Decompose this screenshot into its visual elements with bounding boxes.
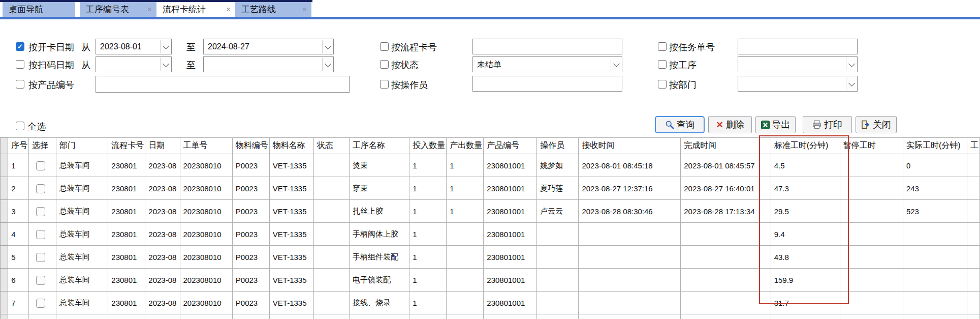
department-checkbox[interactable] [658,80,667,89]
task-no-input[interactable] [738,39,858,54]
product-no-checkbox[interactable] [16,80,24,89]
col-header-9[interactable]: 工序名称 [350,138,409,154]
tab-desktop-nav[interactable]: 桌面导航 [3,2,75,17]
print-button[interactable]: 打印 [803,116,852,133]
export-button[interactable]: 导出 [755,116,796,133]
col-header-16[interactable]: 标准工时(分钟) [771,138,840,154]
card-no-checkbox[interactable] [380,42,389,51]
status-select[interactable]: 未结单 [472,56,622,72]
cell-mat_no: P0023 [232,154,269,177]
cell-seq: 6 [8,269,29,292]
process-checkbox[interactable] [658,60,667,69]
tab-process-number-table[interactable]: 工序编号表 × [80,2,156,17]
table-row[interactable]: 7总装车间2308012023-08202308010P0023VET-1335… [1,292,980,314]
cell-mat_name: VET-1335 [269,177,313,200]
delete-x-icon: ✕ [716,121,723,129]
department-select[interactable] [738,76,858,92]
tab-label: 工序编号表 [86,5,129,14]
process-select[interactable] [738,56,858,72]
col-header-1[interactable]: 选择 [29,138,56,154]
tab-process-card-statistics[interactable]: 流程卡统计 × [156,2,235,17]
table-row[interactable]: 1总装车间2308012023-08202308010P0023VET-1335… [1,154,980,177]
chevron-down-icon[interactable] [160,40,171,53]
table-row[interactable]: 3总装车间2308012023-08202308010P0023VET-1335… [1,200,980,223]
select-cell [29,200,56,223]
table-row[interactable]: 5总装车间2308012023-08202308010P0023VET-1335… [1,246,980,269]
table-row[interactable]: 2总装车间2308012023-08202308010P0023VET-1335… [1,177,980,200]
table-row[interactable]: 6总装车间2308012023-08202308010P0023VET-1335… [1,269,980,292]
select-all-checkbox[interactable] [16,122,24,130]
col-header-2[interactable]: 部门 [56,138,108,154]
operator-checkbox[interactable] [380,80,389,89]
col-header-17[interactable]: 暂停工时 [840,138,903,154]
cell-in_qty: 1 [409,177,447,200]
cell-process: 电子镜装配 [350,269,409,292]
cell-process: 烫束 [350,154,409,177]
chevron-down-icon[interactable] [322,40,333,53]
cell-mat_name [269,314,313,319]
tab-process-route[interactable]: 工艺路线 × [235,2,311,17]
close-icon[interactable]: × [226,2,231,17]
table-row[interactable] [1,314,980,319]
row-select-checkbox[interactable] [36,230,45,239]
col-header-4[interactable]: 日期 [145,138,180,154]
col-header-8[interactable]: 状态 [313,138,349,154]
cell-status [313,269,349,292]
cell-std: 43.8 [771,246,840,269]
col-header-13[interactable]: 操作员 [537,138,579,154]
cell-process: 手柄组件装配 [350,246,409,269]
close-button[interactable]: 关闭 [856,116,897,133]
open-date-checkbox[interactable] [16,42,24,51]
close-icon[interactable]: × [302,2,307,17]
chevron-down-icon[interactable] [846,57,857,71]
col-header-10[interactable]: 投入数量 [409,138,447,154]
col-header-14[interactable]: 接收时间 [579,138,681,154]
row-select-checkbox[interactable] [36,184,45,193]
col-header-0[interactable]: 序号 [8,138,29,154]
delete-button[interactable]: ✕ 删除 [708,116,752,133]
query-button[interactable]: 查询 [655,116,705,133]
col-header-11[interactable]: 产出数量 [447,138,484,154]
col-header-6[interactable]: 物料编号 [232,138,269,154]
scan-date-to-select[interactable] [203,56,334,72]
status-checkbox[interactable] [380,60,389,69]
select-cell [29,292,56,314]
chevron-down-icon[interactable] [846,77,857,91]
cell-out_qty [447,292,484,314]
table-row[interactable]: 4总装车间2308012023-08202308010P0023VET-1335… [1,223,980,246]
row-select-checkbox[interactable] [36,299,45,308]
row-select-checkbox[interactable] [36,161,45,170]
cell-overflow [967,154,979,177]
chevron-down-icon[interactable] [611,57,621,71]
row-gutter [1,177,8,200]
col-header-3[interactable]: 流程卡号 [108,138,145,154]
cell-overflow [967,246,979,269]
row-gutter [1,292,8,314]
operator-input[interactable] [472,76,622,92]
task-no-checkbox[interactable] [658,42,667,51]
card-no-input[interactable] [472,39,622,54]
close-button-label: 关闭 [873,119,891,131]
cell-recv [579,269,681,292]
row-select-checkbox[interactable] [36,276,45,285]
card-no-label: 按流程卡号 [391,41,437,53]
col-header-18[interactable]: 实际工时(分钟) [903,138,967,154]
cell-in_qty: 1 [409,223,447,246]
chevron-down-icon[interactable] [322,57,333,71]
scan-date-from-select[interactable] [96,56,172,72]
product-no-input[interactable] [96,76,350,93]
chevron-down-icon[interactable] [160,57,171,71]
open-date-to-select[interactable]: 2024-08-27 [203,39,334,54]
cell-dept: 总装车间 [56,246,108,269]
col-header-15[interactable]: 完成时间 [681,138,771,154]
row-select-checkbox[interactable] [36,253,45,262]
col-header-12[interactable]: 产品编号 [484,138,537,154]
cell-out_qty: 1 [447,177,484,200]
row-select-checkbox[interactable] [36,207,45,216]
cell-status [313,292,349,314]
col-header-5[interactable]: 工单号 [180,138,232,154]
close-icon[interactable]: × [147,2,152,17]
col-header-7[interactable]: 物料名称 [269,138,313,154]
scan-date-checkbox[interactable] [16,60,24,69]
open-date-from-select[interactable]: 2023-08-01 [96,39,172,54]
